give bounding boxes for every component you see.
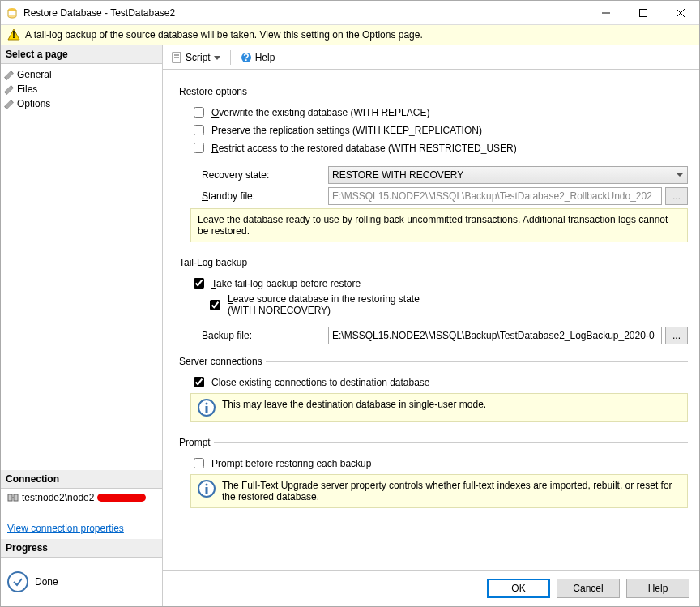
close-connections-label: Close existing connections to destinatio… bbox=[211, 377, 430, 388]
minimize-button[interactable] bbox=[587, 1, 625, 24]
svg-rect-8 bbox=[8, 494, 12, 501]
restore-options-group: Restore options Overwrite the existing d… bbox=[179, 86, 688, 250]
server-conn-note: This may leave the destination database … bbox=[190, 393, 688, 422]
standby-file-input bbox=[328, 187, 662, 205]
svg-point-1 bbox=[8, 15, 16, 18]
svg-point-18 bbox=[206, 403, 208, 405]
connection-header: Connection bbox=[1, 470, 162, 489]
server-connections-legend: Server connections bbox=[179, 356, 266, 367]
svg-text:!: ! bbox=[12, 29, 15, 41]
redacted bbox=[97, 494, 146, 502]
close-button[interactable] bbox=[662, 1, 699, 24]
recovery-state-label: Recovery state: bbox=[190, 169, 328, 181]
progress-header: Progress bbox=[1, 539, 162, 558]
standby-file-label: Standby file: bbox=[190, 190, 328, 202]
ok-button[interactable]: OK bbox=[487, 579, 550, 598]
standby-browse-button: ... bbox=[665, 187, 688, 205]
app-icon bbox=[6, 6, 19, 19]
done-icon bbox=[7, 571, 28, 592]
page-general[interactable]: General bbox=[1, 67, 162, 82]
svg-rect-22 bbox=[206, 487, 208, 494]
connection-info: testnode2\node2 bbox=[1, 489, 162, 507]
svg-point-0 bbox=[8, 8, 16, 11]
leave-restoring-checkbox[interactable] bbox=[210, 300, 220, 310]
info-icon bbox=[198, 480, 216, 498]
chevron-down-icon bbox=[214, 54, 220, 61]
server-connections-group: Server connections Close existing connec… bbox=[179, 356, 688, 430]
leave-restoring-label: Leave source database in the restoring s… bbox=[228, 293, 420, 316]
take-taillog-checkbox[interactable] bbox=[194, 278, 204, 289]
help-icon: ? bbox=[241, 52, 252, 63]
prompt-group: Prompt Prompt before restoring each back… bbox=[179, 437, 688, 516]
connection-text: testnode2\node2 bbox=[22, 492, 94, 503]
prompt-checkbox[interactable] bbox=[194, 458, 204, 468]
help-button-footer[interactable]: Help bbox=[626, 579, 689, 598]
svg-rect-19 bbox=[206, 406, 208, 413]
view-connection-properties-link[interactable]: View connection properties bbox=[7, 523, 124, 534]
restore-options-legend: Restore options bbox=[179, 86, 250, 97]
window-title: Restore Database - TestDatabase2 bbox=[23, 7, 587, 19]
info-icon bbox=[198, 399, 216, 417]
progress-body: Done bbox=[1, 558, 162, 606]
taillog-legend: Tail-Log backup bbox=[179, 257, 250, 268]
toolbar: Script ? Help bbox=[163, 45, 699, 70]
progress-text: Done bbox=[35, 576, 58, 588]
sidebar: Select a page General Files Options Conn… bbox=[1, 45, 163, 606]
take-taillog-label: Take tail-log backup before restore bbox=[211, 278, 361, 289]
prompt-label: Prompt before restoring each backup bbox=[211, 458, 371, 469]
taillog-group: Tail-Log backup Take tail-log backup bef… bbox=[179, 257, 688, 349]
page-options[interactable]: Options bbox=[1, 96, 162, 111]
script-icon bbox=[171, 52, 182, 63]
recovery-note: Leave the database ready to use by rolli… bbox=[190, 208, 688, 242]
help-button[interactable]: ? Help bbox=[237, 50, 279, 65]
recovery-state-select[interactable]: RESTORE WITH RECOVERY bbox=[328, 166, 688, 184]
page-files[interactable]: Files bbox=[1, 82, 162, 96]
restrict-checkbox[interactable] bbox=[194, 143, 204, 153]
overwrite-checkbox[interactable] bbox=[194, 107, 204, 118]
backup-file-input[interactable] bbox=[328, 327, 662, 344]
svg-rect-3 bbox=[640, 9, 647, 16]
overwrite-label: Overwrite the existing database (WITH RE… bbox=[211, 107, 429, 118]
preserve-label: Preserve the replication settings (WITH … bbox=[211, 125, 482, 136]
preserve-checkbox[interactable] bbox=[194, 125, 204, 135]
warning-icon: ! bbox=[7, 28, 20, 41]
svg-text:?: ? bbox=[243, 52, 249, 63]
server-icon bbox=[7, 492, 19, 503]
maximize-button[interactable] bbox=[625, 1, 662, 24]
backup-browse-button[interactable]: ... bbox=[665, 327, 688, 344]
close-connections-checkbox[interactable] bbox=[194, 377, 204, 387]
prompt-note: The Full-Text Upgrade server property co… bbox=[190, 474, 688, 508]
titlebar: Restore Database - TestDatabase2 bbox=[1, 1, 699, 25]
restrict-label: Restrict access to the restored database… bbox=[211, 143, 517, 154]
script-button[interactable]: Script bbox=[168, 50, 224, 65]
restore-database-window: Restore Database - TestDatabase2 ! A tai… bbox=[0, 0, 700, 607]
backup-file-label: Backup file: bbox=[190, 330, 328, 341]
dialog-footer: OK Cancel Help bbox=[163, 570, 699, 606]
svg-rect-9 bbox=[14, 494, 18, 501]
svg-marker-14 bbox=[214, 56, 220, 60]
select-page-header: Select a page bbox=[1, 45, 162, 64]
prompt-legend: Prompt bbox=[179, 437, 214, 448]
warning-bar: ! A tail-log backup of the source databa… bbox=[1, 25, 699, 45]
warning-text: A tail-log backup of the source database… bbox=[25, 29, 423, 41]
cancel-button[interactable]: Cancel bbox=[557, 579, 620, 598]
svg-point-21 bbox=[206, 484, 208, 486]
